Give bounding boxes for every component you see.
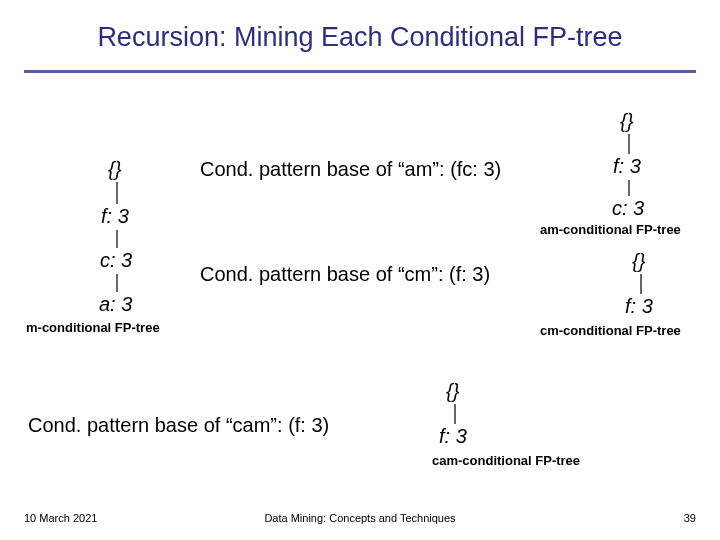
- am-tree-n1: f: 3: [613, 155, 641, 178]
- m-tree-edge-3: [116, 274, 118, 292]
- m-tree-n1: f: 3: [101, 205, 129, 228]
- m-tree-caption: m-conditional FP-tree: [26, 320, 160, 335]
- cm-tree-edge-1: [640, 274, 642, 294]
- cm-tree-n1: f: 3: [625, 295, 653, 318]
- footer-center: Data Mining: Concepts and Techniques: [0, 512, 720, 524]
- m-tree-n2: c: 3: [100, 249, 132, 272]
- am-tree-edge-2: [628, 180, 630, 196]
- am-tree-edge-1: [628, 134, 630, 154]
- m-tree-edge-2: [116, 230, 118, 248]
- cam-tree-caption: cam-conditional FP-tree: [432, 453, 580, 468]
- footer-page: 39: [684, 512, 696, 524]
- cam-tree-edge-1: [454, 404, 456, 424]
- cam-tree-n1: f: 3: [439, 425, 467, 448]
- pattern-cam-label: Cond. pattern base of “cam”: (f: 3): [28, 414, 329, 437]
- m-tree-n3: a: 3: [99, 293, 132, 316]
- am-tree-caption: am-conditional FP-tree: [540, 222, 681, 237]
- cm-tree-caption: cm-conditional FP-tree: [540, 323, 681, 338]
- am-tree-n2: c: 3: [612, 197, 644, 220]
- am-tree-root: {}: [620, 110, 633, 133]
- slide-title: Recursion: Mining Each Conditional FP-tr…: [0, 22, 720, 53]
- m-tree-root: {}: [108, 158, 121, 181]
- m-tree-edge-1: [116, 182, 118, 204]
- slide: Recursion: Mining Each Conditional FP-tr…: [0, 0, 720, 540]
- pattern-cm-label: Cond. pattern base of “cm”: (f: 3): [200, 263, 490, 286]
- title-underline: [24, 70, 696, 73]
- cam-tree-root: {}: [446, 380, 459, 403]
- cm-tree-root: {}: [632, 250, 645, 273]
- pattern-am-label: Cond. pattern base of “am”: (fc: 3): [200, 158, 501, 181]
